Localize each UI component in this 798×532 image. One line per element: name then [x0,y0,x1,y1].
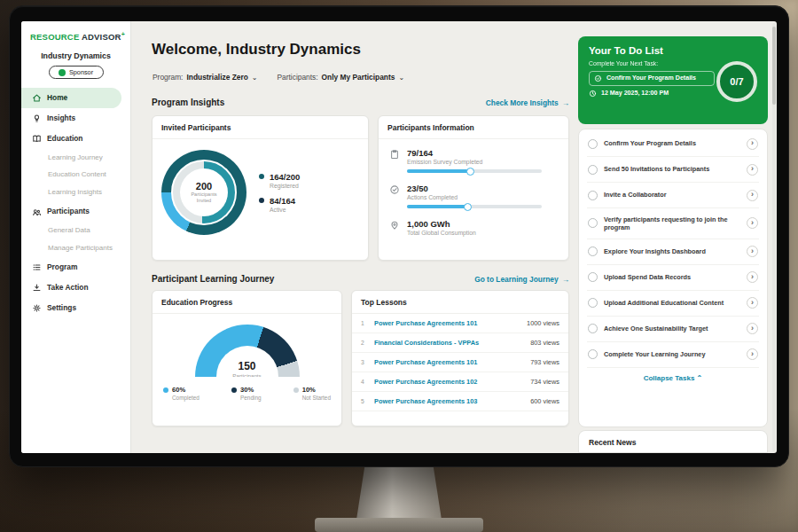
task-row[interactable]: Complete Your Learning Journey › [587,342,759,368]
task-checkbox[interactable] [588,218,598,228]
legend-item-registered: 164/200 Registered [259,172,300,189]
task-row[interactable]: Upload Spend Data Records › [587,265,759,291]
task-row[interactable]: Invite a Collaborator › [587,183,759,208]
chevron-right-icon[interactable]: › [747,217,758,229]
legend-item-active: 84/164 Active [259,196,300,213]
lesson-row[interactable]: 2 Financial Considerations - VPPAs 803 v… [352,333,568,353]
chevron-right-icon[interactable]: › [747,297,758,309]
check-more-insights-link[interactable]: Check More Insights → [486,98,569,107]
participants-filter-dropdown[interactable]: Participants: Only My Participants ⌄ [278,73,405,82]
lesson-row[interactable]: 4 Power Purchase Agreements 102 734 view… [352,372,568,392]
card-title: Invited Participants [153,116,368,139]
nav-label: Settings [47,304,76,312]
book-icon [32,134,42,144]
monitor-bezel: RESOURCE ADVISOR+ Industry Dynamics Spon… [9,5,789,467]
task-checkbox[interactable] [588,139,598,149]
sidebar-item-settings[interactable]: Settings [21,298,130,318]
nav-label: Insights [47,114,75,122]
nav-label: Learning Journey [48,154,103,162]
invited-donut-center: 200 Participants Invited [180,168,228,216]
chevron-right-icon[interactable]: › [747,246,758,257]
stat-global-consumption: 1,000 GWh Total Global Consumption [389,219,558,236]
sidebar-item-learning-journey[interactable]: Learning Journey [21,149,130,167]
nav-label: Education Content [48,171,106,179]
todo-task-list: Confirm Your Program Details › Send 50 I… [578,129,768,427]
lesson-row[interactable]: 1 Power Purchase Agreements 101 1000 vie… [352,314,568,333]
task-checkbox[interactable] [588,191,598,200]
nav-label: Manage Participants [48,245,113,253]
legend-dot-active [259,198,264,203]
stat-bar-fill-0 [407,169,472,173]
task-row[interactable]: Verify participants requesting to join t… [587,208,759,239]
participants-filter-label: Participants: [278,73,318,82]
sidebar-item-education[interactable]: Education [21,129,130,149]
arrow-right-icon: → [562,275,569,284]
chevron-right-icon[interactable]: › [747,138,758,150]
task-checkbox[interactable] [588,298,598,308]
stat-actions-completed: 23/50 Actions Completed [389,184,558,208]
donut-center-label: Participants Invited [186,192,222,204]
top-lessons-card: Top Lessons 1 Power Purchase Agreements … [351,290,569,426]
sidebar-item-insights[interactable]: Insights [21,108,130,129]
sidebar-item-general-data[interactable]: General Data [21,223,130,240]
go-to-learning-journey-link[interactable]: Go to Learning Journey → [474,275,569,284]
sidebar-item-manage-participants[interactable]: Manage Participants [21,239,130,257]
todo-title: Your To Do List [589,45,757,56]
task-checkbox[interactable] [588,324,598,333]
chevron-right-icon[interactable]: › [747,190,758,201]
actions-progress-bar [407,205,542,208]
lesson-row[interactable]: 5 Power Purchase Agreements 103 600 view… [352,392,568,411]
task-checkbox[interactable] [588,349,598,359]
program-filter-dropdown[interactable]: Program: Industrialize Zero ⌄ [153,73,258,82]
sidebar-item-participants[interactable]: Participants [21,202,130,223]
org-name: Industry Dynamics [21,51,130,60]
card-title: Participants Information [379,116,568,139]
arrow-right-icon: → [562,98,569,107]
nav-label: Take Action [47,284,89,292]
scrollbar-thumb[interactable] [772,27,776,105]
emission-progress-bar [407,169,542,173]
task-row[interactable]: Upload Additional Educational Content › [587,291,759,317]
todo-summary-card: Your To Do List Complete Your Next Task:… [578,36,768,124]
task-row[interactable]: Achieve One Sustainability Target › [587,317,759,342]
chevron-right-icon[interactable]: › [747,271,758,283]
legend-dot-pending [231,387,237,393]
filters: Program: Industrialize Zero ⌄ Participan… [153,73,404,82]
logo-plus: + [121,31,125,37]
task-row[interactable]: Confirm Your Program Details › [587,131,759,157]
task-row[interactable]: Explore Your Insights Dashboard › [587,239,759,265]
section-title: Participant Learning Journey [152,274,274,284]
todo-next-task[interactable]: Confirm Your Program Details [589,71,715,86]
chevron-right-icon[interactable]: › [747,164,758,176]
sidebar-item-program[interactable]: Program [21,257,130,278]
collapse-tasks-link[interactable]: Collapse Tasks ⌃ [587,368,759,387]
sidebar-item-take-action[interactable]: Take Action [21,278,130,298]
chevron-down-icon: ⌄ [398,74,404,82]
chevron-down-icon: ⌄ [252,74,258,82]
sponsor-badge[interactable]: Sponsor [49,66,104,79]
scrollbar[interactable] [772,23,776,451]
participants-information-card: Participants Information 79/164 Emission… [378,115,569,261]
chevron-right-icon[interactable]: › [747,348,758,360]
education-gauge-chart: 150 Participants [195,325,300,377]
participants-filter-value: Only My Participants [322,73,395,82]
stat-emission-survey: 79/164 Emission Survey Completed [389,148,558,173]
sidebar-item-learning-insights[interactable]: Learning Insights [21,184,130,202]
task-checkbox[interactable] [588,246,598,256]
todo-progress-ring: 0/7 [716,61,757,102]
nav-label: General Data [48,227,90,235]
people-icon [32,207,42,217]
invited-donut-chart: 200 Participants Invited [161,150,246,235]
program-filter-label: Program: [153,73,183,82]
nav-label: Learning Insights [48,189,102,197]
sidebar-item-home[interactable]: Home [21,88,121,108]
legend-item-pending: 30% Pending [231,386,261,401]
legend-item-completed: 60% Completed [163,386,200,401]
task-checkbox[interactable] [588,165,598,175]
task-row[interactable]: Send 50 Invitations to Participants › [587,157,759,183]
check-circle-icon [389,184,400,208]
task-checkbox[interactable] [588,272,598,282]
lesson-row[interactable]: 3 Power Purchase Agreements 101 793 view… [352,353,568,372]
chevron-right-icon[interactable]: › [747,323,758,334]
sidebar-item-education-content[interactable]: Education Content [21,167,130,184]
